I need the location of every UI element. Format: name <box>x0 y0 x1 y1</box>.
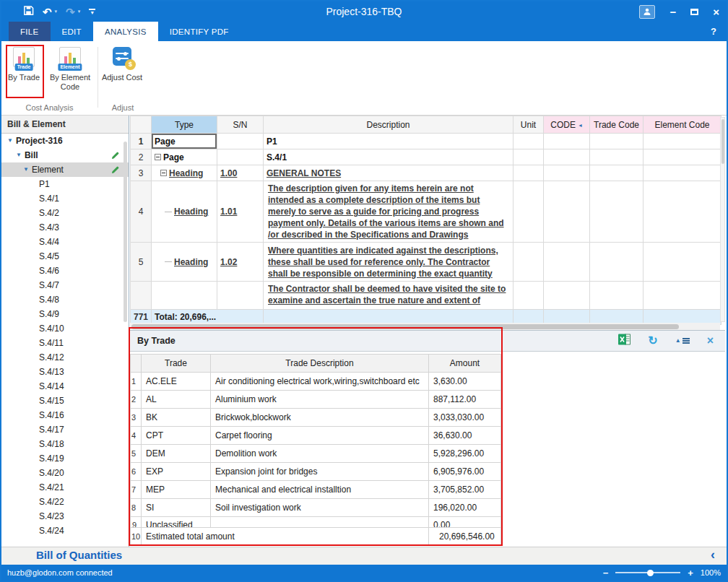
collapse-box-icon[interactable] <box>155 154 161 160</box>
by-trade-cell-desc[interactable]: Brickwok,blockwork <box>211 409 429 427</box>
by-trade-cell-n[interactable]: 6 <box>131 463 142 481</box>
by-trade-cell-desc[interactable]: Aluminium work <box>211 391 429 409</box>
cell-type[interactable]: Heading <box>152 181 217 243</box>
sidebar-item-s-4-8[interactable]: S.4/8 <box>1 292 129 307</box>
by-trade-cell-amount[interactable]: 3,705,852.00 <box>429 481 501 499</box>
by-trade-cell-desc[interactable] <box>211 517 429 528</box>
tab-edit[interactable]: EDIT <box>51 22 93 41</box>
sidebar-item-s-4-10[interactable]: S.4/10 <box>1 321 129 336</box>
by-trade-cell-trade[interactable]: AC.ELE <box>142 373 211 391</box>
sidebar-scrollbar[interactable] <box>124 142 127 322</box>
sidebar-item-s-4-18[interactable]: S.4/18 <box>1 437 129 451</box>
grid-cell[interactable] <box>644 165 722 181</box>
column-header-sn[interactable]: S/N <box>217 116 264 134</box>
table-row[interactable]: The Contractor shall be deemed to have v… <box>131 282 722 310</box>
by-trade-cell-amount[interactable]: 3,630.00 <box>429 373 501 391</box>
grid-cell[interactable] <box>514 243 544 282</box>
cell-type[interactable]: Page <box>152 149 217 165</box>
grid-cell[interactable] <box>644 243 722 282</box>
tree-node-element-selected[interactable]: ▼ Element <box>1 162 129 177</box>
row-number[interactable]: 2 <box>131 149 152 165</box>
by-trade-cell-n[interactable]: 7 <box>131 481 142 499</box>
by-trade-cell-desc[interactable]: Carpet flooring <box>211 427 429 445</box>
sidebar-item-s-4-4[interactable]: S.4/4 <box>1 235 129 249</box>
grid-cell[interactable] <box>590 243 644 282</box>
filter-triangle-icon[interactable]: ◄ <box>578 123 583 128</box>
by-trade-row[interactable]: 3BKBrickwok,blockwork3,033,030.00 <box>131 409 501 427</box>
by-trade-row-clipped[interactable]: 9 Unclassified 0.00 <box>131 517 501 528</box>
sidebar-item-s-4-22[interactable]: S.4/22 <box>1 495 129 509</box>
by-trade-col-description[interactable]: Trade Description <box>211 355 429 373</box>
sidebar-item-s-4-15[interactable]: S.4/15 <box>1 394 129 408</box>
by-trade-cell-desc[interactable]: Demolition work <box>211 445 429 463</box>
by-trade-row[interactable]: 5DEMDemolition work5,928,296.00 <box>131 445 501 463</box>
grid-cell[interactable] <box>514 165 544 181</box>
grid-cell[interactable] <box>514 134 544 149</box>
cell-sn[interactable]: 1.01 <box>217 181 264 243</box>
grid-cell[interactable] <box>514 149 544 165</box>
grid-cell[interactable] <box>544 165 590 181</box>
horizontal-scrollbar[interactable] <box>130 323 720 330</box>
row-number[interactable]: 5 <box>131 243 152 282</box>
by-trade-cell-trade[interactable]: BK <box>142 409 211 427</box>
sidebar-item-p1[interactable]: P1 <box>1 177 129 191</box>
by-trade-cell-n[interactable]: 4 <box>131 427 142 445</box>
grid-cell[interactable] <box>590 165 644 181</box>
sidebar-item-s-4-13[interactable]: S.4/13 <box>1 365 129 379</box>
by-element-code-button[interactable]: Element By Element Code <box>45 47 95 92</box>
sidebar-item-s-4-21[interactable]: S.4/21 <box>1 480 129 495</box>
by-trade-cell-amount[interactable]: 3,033,030.00 <box>429 409 501 427</box>
sidebar-item-s-4-5[interactable]: S.4/5 <box>1 249 129 264</box>
row-number[interactable]: 1 <box>131 134 152 149</box>
grid-cell[interactable] <box>590 134 644 149</box>
sidebar-item-s-4-17[interactable]: S.4/17 <box>1 422 129 437</box>
tree-node-project[interactable]: ▼ Project-316 <box>1 134 129 148</box>
by-trade-cell-desc[interactable]: Air conditioning electrical work,wiring,… <box>211 373 429 391</box>
by-trade-cell-amount[interactable]: 36,630.00 <box>429 427 501 445</box>
cell-sn[interactable]: 1.00 <box>217 165 264 181</box>
by-trade-total-row[interactable]: 10 Estimated total amount 20,696,546.00 <box>131 528 501 546</box>
cell-description[interactable]: P1 <box>264 134 514 149</box>
by-trade-row[interactable]: 6EXPExpansion joint for bridges6,905,976… <box>131 463 501 481</box>
vertical-scrollbar[interactable] <box>720 117 725 322</box>
by-trade-num-header[interactable] <box>131 355 142 373</box>
cell-description[interactable]: The Contractor shall be deemed to have v… <box>264 282 514 310</box>
by-trade-row[interactable]: 2ALAluminium work887,112.00 <box>131 391 501 409</box>
cell-type[interactable]: Page <box>152 134 217 149</box>
sidebar-item-s-4-7[interactable]: S.4/7 <box>1 278 129 292</box>
sidebar-item-s-4-16[interactable]: S.4/16 <box>1 408 129 422</box>
grid-cell[interactable] <box>644 134 722 149</box>
column-header-element-code[interactable]: Element Code <box>644 116 722 134</box>
grid-cell[interactable] <box>544 134 590 149</box>
adjust-cost-button[interactable]: $ Adjust Cost <box>101 47 143 82</box>
panel-close-icon[interactable]: × <box>707 335 714 347</box>
sidebar-item-s-4-19[interactable]: S.4/19 <box>1 451 129 466</box>
grid-cell[interactable] <box>217 134 264 149</box>
sidebar-item-s-4-12[interactable]: S.4/12 <box>1 350 129 365</box>
tree-collapse-icon[interactable]: ▼ <box>7 138 13 144</box>
grid-cell[interactable] <box>514 282 544 310</box>
by-trade-cell-desc[interactable]: Expansion joint for bridges <box>211 463 429 481</box>
by-trade-cell-trade[interactable]: AL <box>142 391 211 409</box>
grid-cell[interactable] <box>644 282 722 310</box>
zoom-slider-thumb[interactable] <box>647 570 654 576</box>
column-header-trade-code[interactable]: Trade Code <box>590 116 644 134</box>
grid-cell[interactable] <box>544 243 590 282</box>
by-trade-row[interactable]: 8SISoil investigation work196,020.00 <box>131 499 501 517</box>
minimize-button[interactable]: − <box>670 6 676 17</box>
sidebar-item-s-4-3[interactable]: S.4/3 <box>1 220 129 235</box>
sidebar-item-s-4-2[interactable]: S.4/2 <box>1 206 129 220</box>
sidebar-item-s-4-11[interactable]: S.4/11 <box>1 336 129 350</box>
tab-analysis[interactable]: ANALYSIS <box>93 22 158 41</box>
by-trade-cell-trade[interactable]: SI <box>142 499 211 517</box>
by-trade-cell-n[interactable]: 5 <box>131 445 142 463</box>
tab-identify-pdf[interactable]: IDENTIFY PDF <box>158 22 240 41</box>
vertical-scrollbar-thumb[interactable] <box>722 119 724 164</box>
zoom-in-button[interactable]: + <box>688 568 693 578</box>
sidebar-item-s-4-6[interactable]: S.4/6 <box>1 264 129 278</box>
cell-sn[interactable]: 1.02 <box>217 243 264 282</box>
by-trade-cell-trade[interactable]: MEP <box>142 481 211 499</box>
by-trade-cell-n[interactable]: 8 <box>131 499 142 517</box>
cell-description[interactable]: GENERAL NOTES <box>264 165 514 181</box>
zoom-slider[interactable] <box>615 572 680 573</box>
